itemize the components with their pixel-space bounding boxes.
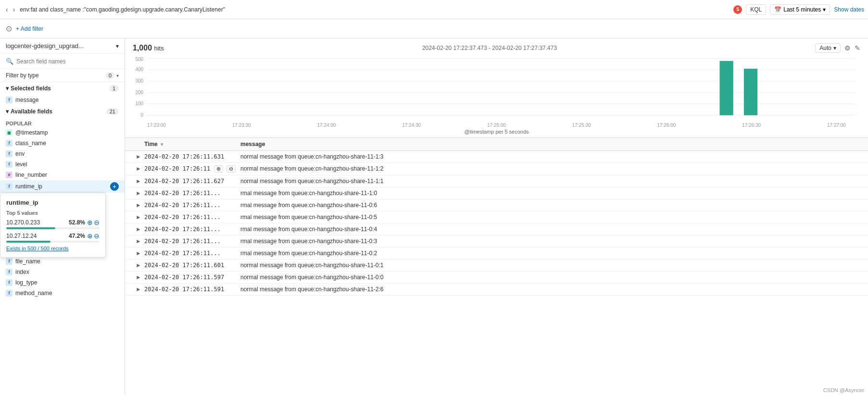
field-item-logtype[interactable]: f log_type (0, 277, 125, 288)
row-time: 2024-02-20 17:26:11.597 (144, 274, 240, 281)
row-expand-button[interactable]: ► (133, 178, 144, 185)
add-field-button[interactable]: + (110, 182, 119, 191)
field-item-classname[interactable]: f class_name (0, 138, 125, 148)
show-dates-button[interactable]: Show dates (834, 6, 864, 13)
row-expand-button[interactable]: ► (133, 274, 144, 281)
svg-text:200: 200 (135, 89, 143, 95)
table-row[interactable]: ► 2024-02-20 17:26:11... rmal message fr… (125, 187, 868, 199)
row-time: 2024-02-20 17:26:11... (144, 202, 240, 209)
row-message: rmal message from queue:cn-hangzhou-shar… (240, 226, 860, 233)
x-label-9: 17:27:00 (827, 123, 846, 128)
auto-label: Auto (819, 45, 831, 51)
table-row[interactable]: ► 2024-02-20 17:26:11.627 normal message… (125, 175, 868, 187)
x-axis-labels: 17:23:00 17:23:30 17:24:00 17:24:30 17:2… (133, 123, 860, 128)
selected-fields-header[interactable]: ▾ Selected fields 1 (0, 82, 125, 95)
row-time: 2024-02-20 17:26:11.601 (144, 262, 240, 269)
add-filter-button[interactable]: + Add filter (16, 25, 43, 32)
field-item-methodname[interactable]: f method_name (0, 288, 125, 298)
value-ip-1: 10.270.0.233 (6, 219, 40, 226)
filter-type-row[interactable]: Filter by type 0 ▾ (0, 69, 125, 82)
value-row-header-1: 10.270.0.233 52.8% ⊕ ⊖ (6, 219, 100, 226)
table-header: Time ▼ message (125, 138, 868, 151)
filter-type-label: Filter by type (6, 72, 39, 79)
field-item-runtimeip[interactable]: f runtime_ip + runtime_ip Top 5 values 1… (0, 180, 125, 193)
selected-field-message[interactable]: f message (0, 95, 125, 105)
row-expand-button[interactable]: ► (133, 153, 144, 160)
back-button[interactable]: ‹ (4, 4, 10, 15)
row-expand-button[interactable]: ► (133, 286, 144, 293)
top5-label: Top 5 values (6, 210, 100, 216)
row-expand-button[interactable]: ► (133, 165, 144, 172)
exists-link[interactable]: Exists in 500 / 500 records (6, 246, 100, 251)
field-item-level[interactable]: f level (0, 159, 125, 170)
selected-fields-left: ▾ Selected fields (6, 85, 51, 92)
row-expand-button[interactable]: ► (133, 250, 144, 257)
value-bar-fill-2 (6, 241, 50, 243)
row-expand-button[interactable]: ► (133, 202, 144, 209)
field-item-linenumber[interactable]: # line_number (0, 170, 125, 180)
value-row-2: 10.27.12.24 47.2% ⊕ ⊖ (6, 232, 100, 243)
x-label-1: 17:23:00 (147, 123, 166, 128)
row-message: normal message from queue:cn-hangzhou-sh… (240, 262, 860, 269)
table-row[interactable]: ► 2024-02-20 17:26:11.597 normal message… (125, 272, 868, 284)
field-name-env: env (15, 150, 119, 157)
search-field-container: 🔍 (0, 54, 125, 69)
message-col-header: message (240, 141, 860, 148)
row-message: rmal message from queue:cn-hangzhou-shar… (240, 190, 860, 197)
filter-type-count: 0 (106, 72, 114, 79)
chart-header: 1,000 hits 2024-02-20 17:22:37.473 - 202… (133, 43, 860, 53)
filter-out-inline-button[interactable]: ⊖ (226, 165, 236, 173)
x-label-7: 17:26:00 (657, 123, 676, 128)
hits-count: 1,000 hits (133, 44, 164, 52)
available-fields-header[interactable]: ▾ Available fields 21 (0, 105, 125, 118)
table-row[interactable]: ► 2024-02-20 17:26:11... rmal message fr… (125, 235, 868, 247)
watermark: CSDN @Asyncer (823, 387, 864, 393)
field-item-filename[interactable]: f file_name (0, 256, 125, 267)
table-row[interactable]: ► 2024-02-20 17:26:11.591 normal message… (125, 284, 868, 296)
time-range-button[interactable]: 📅 Last 5 minutes ▾ (770, 4, 830, 15)
field-name-message: message (15, 97, 119, 103)
field-item-env[interactable]: f env (0, 148, 125, 159)
row-time: 2024-02-20 17:26:11... (144, 238, 240, 245)
row-expand-button[interactable]: ► (133, 226, 144, 233)
row-expand-button[interactable]: ► (133, 214, 144, 221)
kql-button[interactable]: KQL (746, 4, 766, 15)
second-bar: ⊙ + Add filter (0, 19, 868, 38)
available-fields-label: Available fields (11, 108, 52, 115)
chart-settings-button[interactable]: ⚙ (844, 44, 851, 52)
table-row[interactable]: ► 2024-02-20 17:26:11.601 normal message… (125, 259, 868, 272)
filter-for-button-1[interactable]: ⊕ (87, 219, 93, 226)
filter-out-button-1[interactable]: ⊖ (94, 219, 100, 226)
row-message: normal message from queue:cn-hangzhou-sh… (240, 165, 860, 172)
row-expand-button[interactable]: ► (133, 190, 144, 197)
fields-list: Popular ▦ @timestamp f class_name f env … (0, 118, 125, 395)
row-expand-button[interactable]: ► (133, 238, 144, 245)
field-item-index2[interactable]: f index (0, 267, 125, 277)
value-pct-2: 47.2% (69, 233, 85, 239)
index-dropdown[interactable]: logcenter-gdesign_upgrad... ▾ (0, 38, 125, 54)
filter-count-badge: 5 (733, 5, 742, 14)
field-type-f-icon: f (6, 140, 13, 147)
table-row[interactable]: ► 2024-02-20 17:26:11... rmal message fr… (125, 247, 868, 259)
chart-edit-button[interactable]: ✎ (855, 44, 860, 52)
filter-out-button-2[interactable]: ⊖ (94, 232, 100, 240)
table-row[interactable]: ► 2024-02-20 17:26:11... rmal message fr… (125, 223, 868, 235)
search-icon: 🔍 (6, 58, 13, 65)
forward-button[interactable]: › (11, 4, 17, 15)
row-message: normal message from queue:cn-hangzhou-sh… (240, 286, 860, 293)
filter-for-button-2[interactable]: ⊕ (87, 232, 93, 240)
table-row[interactable]: ► 2024-02-20 17:26:11.631 normal message… (125, 151, 868, 163)
chevron-down-icon: ▾ (116, 73, 119, 78)
toggle-sidebar-button[interactable]: ⊙ (6, 24, 12, 33)
time-col-header[interactable]: Time ▼ (144, 141, 240, 148)
filter-for-inline-button[interactable]: ⊕ (214, 165, 223, 173)
table-row[interactable]: ► 2024-02-20 17:26:11... rmal message fr… (125, 211, 868, 223)
field-item-timestamp[interactable]: ▦ @timestamp (0, 127, 125, 138)
table-row[interactable]: ► 2024-02-20 17:26:11 ⊕ ⊖ normal message… (125, 163, 868, 175)
table-row[interactable]: ► 2024-02-20 17:26:11... rmal message fr… (125, 199, 868, 211)
row-expand-button[interactable]: ► (133, 262, 144, 269)
search-input[interactable] (16, 58, 119, 65)
auto-select-button[interactable]: Auto ▾ (815, 43, 841, 53)
chart-bar-medium (744, 69, 757, 115)
field-name-logtype: log_type (15, 279, 119, 286)
